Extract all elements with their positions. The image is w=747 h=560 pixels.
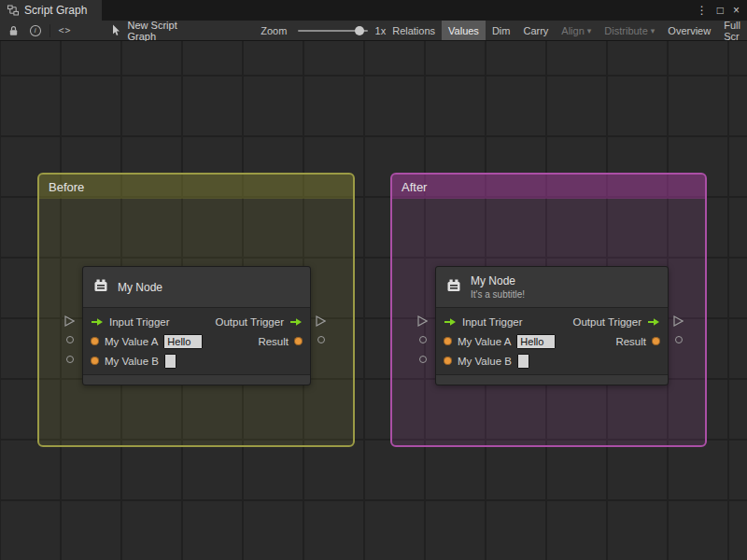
port-label: Input Trigger [462,316,523,328]
window-maximize-icon[interactable]: □ [717,5,724,16]
graph-icon [7,5,19,16]
group-before-header[interactable]: Before [39,175,353,199]
value-port-icon [444,337,452,345]
trigger-in-icon [444,317,457,327]
port-label: My Value A [458,336,511,347]
trigger-in-icon [91,317,104,327]
align-button[interactable]: Align ▾ [555,21,598,40]
port-label: Result [615,336,646,347]
fullscreen-button[interactable]: Full Scr [717,21,747,40]
port-row: My Value B [83,351,310,371]
graph-name-label[interactable]: New Script Graph [128,20,205,42]
align-label: Align [561,25,584,36]
toolbar-buttons: Relations Values Dim Carry Align ▾ Distr… [386,21,747,40]
pointer-icon [111,24,122,36]
node-header[interactable]: My Node It's a subtitle! [436,267,668,308]
tab-title: Script Graph [24,4,87,17]
chevron-down-icon: ▾ [587,26,592,35]
ext-result-port[interactable] [317,336,325,343]
zoom-slider[interactable] [298,30,367,32]
graph-canvas[interactable]: Before My Node [0,41,747,560]
zoom-slider-knob[interactable] [355,26,364,35]
port-result[interactable]: Result [615,336,660,347]
window-controls: ⋮ □ × [697,0,747,21]
port-label: Input Trigger [109,316,170,328]
info-icon[interactable]: i [30,25,41,36]
toolbar-divider [49,24,50,37]
overview-button[interactable]: Overview [661,21,717,40]
zoom-value: 1x [375,25,387,36]
port-row: My Value A Result [436,331,668,351]
value-b-input[interactable] [517,354,529,369]
tab-bar: Script Graph ⋮ □ × [0,0,747,21]
ext-trigger-in-port[interactable] [417,315,428,327]
port-output-trigger[interactable]: Output Trigger [572,316,660,328]
ext-result-port[interactable] [675,336,683,343]
ext-value-b-port[interactable] [66,356,74,363]
port-input-trigger[interactable]: Input Trigger [91,316,170,328]
value-port-icon [91,357,99,365]
port-input-trigger[interactable]: Input Trigger [444,316,523,328]
chevron-down-icon: ▾ [651,26,655,35]
value-port-icon [444,357,452,365]
node-ports: Input Trigger Output Trigger [436,308,668,374]
value-port-icon [294,337,303,345]
value-a-input[interactable] [163,334,203,349]
window-menu-icon[interactable]: ⋮ [697,5,708,16]
node-title: My Node [471,274,525,287]
port-row: My Value B [436,351,668,371]
port-my-value-a[interactable]: My Value A [91,334,203,349]
node-header[interactable]: My Node [83,267,310,308]
graph-toolbar: i <> New Script Graph Zoom 1x Relations … [0,21,747,41]
tab-script-graph[interactable]: Script Graph [0,0,102,21]
port-label: My Value A [105,336,158,347]
zoom-label: Zoom [261,25,287,36]
port-label: Output Trigger [215,316,284,328]
port-row: Input Trigger Output Trigger [83,312,310,331]
port-output-trigger[interactable]: Output Trigger [215,316,303,328]
value-port-icon [91,337,99,345]
value-b-input[interactable] [164,354,176,369]
port-label: My Value B [458,356,512,367]
ext-value-a-port[interactable] [419,336,427,343]
node-title: My Node [118,281,162,294]
group-after-header[interactable]: After [392,175,705,199]
ext-value-a-port[interactable] [66,336,74,343]
port-my-value-b[interactable]: My Value B [91,354,176,369]
port-result[interactable]: Result [258,336,303,347]
carry-button[interactable]: Carry [516,21,555,40]
script-graph-window: Script Graph ⋮ □ × i <> New Script Graph… [0,0,747,560]
node-my-node-before[interactable]: My Node Input Trigger [82,266,311,385]
node-footer [83,374,310,385]
code-icon[interactable]: <> [58,25,71,35]
group-title: After [402,180,427,194]
port-row: My Value A Result [83,331,310,351]
node-footer [436,374,668,385]
value-port-icon [652,337,660,345]
relations-button[interactable]: Relations [386,21,442,40]
node-my-node-after[interactable]: My Node It's a subtitle! Input Trigger [435,266,669,385]
node-subtitle: It's a subtitle! [471,289,525,300]
port-label: Output Trigger [572,316,641,328]
unit-icon [445,277,462,298]
port-label: My Value B [105,356,159,367]
ext-trigger-in-port[interactable] [64,315,75,327]
port-my-value-a[interactable]: My Value A [444,334,556,349]
values-button[interactable]: Values [442,21,486,40]
ext-trigger-out-port[interactable] [673,315,684,327]
port-label: Result [258,336,289,347]
distribute-label: Distribute [604,25,647,36]
ext-trigger-out-port[interactable] [316,315,326,327]
port-row: Input Trigger Output Trigger [436,312,668,331]
ext-value-b-port[interactable] [419,356,427,363]
trigger-out-icon [289,317,303,327]
value-a-input[interactable] [516,334,556,349]
dim-button[interactable]: Dim [486,21,517,40]
lock-icon[interactable] [8,25,19,36]
port-my-value-b[interactable]: My Value B [444,354,529,369]
window-close-icon[interactable]: × [733,5,740,16]
node-ports: Input Trigger Output Trigger [83,308,310,374]
distribute-button[interactable]: Distribute ▾ [598,21,661,40]
group-title: Before [49,180,84,194]
trigger-out-icon [647,317,660,327]
